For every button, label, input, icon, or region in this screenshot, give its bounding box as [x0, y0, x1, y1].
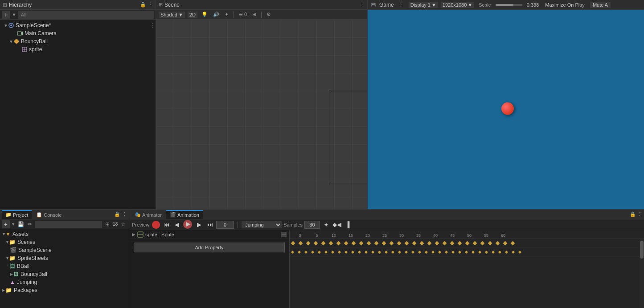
- timeline-empty-area[interactable]: [290, 257, 644, 308]
- tree-item-bouncyball[interactable]: ▼ BouncyBall: [0, 37, 156, 45]
- game-panel: 🎮 Game ⋮ Display 1 ▼ 1920x1080 ▼ Scale 0…: [368, 0, 644, 209]
- tree-label-bouncyball: BouncyBall: [21, 38, 48, 45]
- project-tab-icon: 📁: [5, 212, 12, 218]
- project-add-button[interactable]: +: [2, 220, 10, 228]
- svg-point-1: [10, 24, 12, 26]
- add-property-button[interactable]: Add Property: [134, 243, 285, 252]
- keyframe-prev-btn[interactable]: ◆◀: [332, 220, 341, 229]
- samples-input[interactable]: 30: [304, 221, 320, 229]
- keyframe-16: [405, 241, 409, 246]
- proj-item-bouncyball-file[interactable]: ▶ 🖼 BouncyBall: [0, 270, 129, 278]
- timeline-tracks-container: [290, 239, 644, 308]
- keyframe-7: [336, 241, 341, 246]
- ruler-tick-25: 25: [376, 233, 393, 238]
- ruler-tick-60: 60: [495, 233, 512, 238]
- play-button[interactable]: [183, 220, 193, 230]
- frame-input[interactable]: 0: [216, 221, 234, 229]
- keyframe-5: [321, 241, 326, 246]
- resolution-dropdown[interactable]: 1920x1080 ▼: [441, 2, 474, 8]
- shaded-label: Shaded: [160, 12, 177, 17]
- scene-gizmos-btn[interactable]: ⊕ 0: [238, 11, 248, 18]
- project-edit-icon[interactable]: ✏: [26, 220, 34, 228]
- clip-select[interactable]: Jumping: [242, 221, 282, 228]
- kf-sm-16: [391, 251, 394, 254]
- project-filter-icon[interactable]: ☆: [119, 220, 127, 228]
- ruler-tick-45: 45: [444, 233, 461, 238]
- scale-slider[interactable]: [496, 4, 522, 6]
- tab-console[interactable]: 📋 Console: [33, 210, 65, 219]
- tree-label-samplescene: SampleScene*: [16, 22, 51, 28]
- kf-sm-24: [445, 251, 448, 254]
- proj-item-packages[interactable]: ▶ 📁 Packages: [0, 286, 129, 294]
- sprite-icon: [21, 46, 28, 53]
- prop-remove-button[interactable]: —: [281, 232, 287, 237]
- project-content: ▼ ▼ Assets ▼ 📁 Scenes 🎬 SampleScene ▼: [0, 229, 129, 308]
- tree-item-samplescene[interactable]: ▼ SampleScene* ⋮: [0, 21, 156, 29]
- project-lock-icon[interactable]: 🔒: [114, 211, 120, 217]
- timeline-scrollbar[interactable]: [640, 239, 644, 308]
- project-menu-icon[interactable]: ⋮: [122, 211, 127, 217]
- samplescene-menu[interactable]: ⋮: [150, 22, 156, 28]
- keyframe-13: [382, 241, 386, 246]
- toolbar-separator-2: [261, 12, 262, 18]
- scene-title: Scene: [164, 2, 180, 8]
- tree-item-sprite[interactable]: sprite: [0, 45, 156, 53]
- keyframe-30: [511, 241, 515, 246]
- svg-rect-2: [17, 32, 21, 35]
- hierarchy-add-button[interactable]: +: [2, 11, 10, 19]
- kf-sm-26: [458, 251, 461, 254]
- hierarchy-lock-icon[interactable]: 🔒: [140, 2, 146, 8]
- timeline-scroll-thumb[interactable]: [640, 241, 644, 259]
- bottom-left-tab-bar: 📁 Project 📋 Console 🔒 ⋮: [0, 210, 129, 219]
- game-menu-icon[interactable]: ⋮: [399, 2, 404, 8]
- scene-header: ⊞ Scene ⋮: [156, 0, 367, 10]
- proj-item-jumping[interactable]: ▲ Jumping: [0, 278, 129, 286]
- kf-sm-2: [298, 251, 301, 254]
- animation-panel: 🎭 Animator 🎬 Animation 🔒 ⋮ Preview ⏮ ◀: [129, 210, 644, 308]
- proj-item-assets[interactable]: ▼ ▼ Assets: [0, 230, 129, 238]
- scenes-label: Scenes: [17, 239, 35, 245]
- anim-lock-icon[interactable]: 🔒: [630, 211, 636, 217]
- skip-to-end-button[interactable]: ⏭: [205, 220, 214, 229]
- scene-settings-btn[interactable]: ⚙: [265, 11, 272, 18]
- tab-animation[interactable]: 🎬 Animation: [166, 210, 203, 219]
- scene-effects-btn[interactable]: ✦: [223, 11, 230, 18]
- scene-lights-btn[interactable]: 💡: [200, 11, 209, 18]
- project-save-icon[interactable]: 💾: [17, 220, 25, 228]
- keyframe-add-btn[interactable]: ✦: [322, 220, 331, 229]
- kf-sm-32: [498, 251, 501, 254]
- keyframe-next-btn[interactable]: ▐: [343, 220, 352, 229]
- hierarchy-title: Hierarchy: [9, 2, 32, 8]
- kf-sm-9: [345, 251, 348, 254]
- keyframe-14: [390, 241, 394, 246]
- project-view-icon[interactable]: ⊞: [103, 220, 111, 228]
- bball-icon: 🖼: [10, 263, 15, 269]
- hierarchy-search-input[interactable]: [18, 11, 154, 19]
- timeline-track-2[interactable]: [290, 248, 644, 257]
- 2d-toggle[interactable]: 2D: [188, 12, 197, 18]
- shaded-dropdown[interactable]: Shaded ▼: [159, 12, 185, 18]
- project-search-input[interactable]: [35, 221, 102, 228]
- scene-overlay-btn[interactable]: ⊞: [251, 11, 258, 18]
- kf-sm-28: [472, 251, 475, 254]
- next-frame-button[interactable]: ▶: [195, 220, 204, 229]
- prop-expand-icon[interactable]: ▶: [132, 232, 137, 237]
- scene-audio-btn[interactable]: 🔊: [212, 11, 221, 18]
- scene-menu-icon[interactable]: ⋮: [360, 2, 365, 8]
- record-button[interactable]: [152, 221, 160, 229]
- proj-item-scenes[interactable]: ▼ 📁 Scenes: [0, 238, 129, 246]
- proj-item-bball[interactable]: 🖼 BBall: [0, 262, 129, 270]
- prev-frame-button[interactable]: ◀: [172, 220, 181, 229]
- display-dropdown[interactable]: Display 1 ▼: [409, 2, 438, 8]
- timeline-track-1[interactable]: [290, 239, 644, 248]
- hierarchy-menu-icon[interactable]: ⋮: [148, 2, 153, 8]
- mute-button[interactable]: Mute A: [590, 2, 611, 8]
- skip-to-start-button[interactable]: ⏮: [162, 220, 171, 229]
- proj-item-spritesheets[interactable]: ▼ 📁 SpriteSheets: [0, 254, 129, 262]
- tree-item-maincamera[interactable]: Main Camera: [0, 29, 156, 37]
- tab-animator[interactable]: 🎭 Animator: [131, 210, 165, 219]
- anim-menu-icon[interactable]: ⋮: [637, 211, 642, 217]
- tab-project[interactable]: 📁 Project: [2, 210, 32, 219]
- ruler-tick-40: 40: [427, 233, 444, 238]
- proj-item-samplescene-file[interactable]: 🎬 SampleScene: [0, 246, 129, 254]
